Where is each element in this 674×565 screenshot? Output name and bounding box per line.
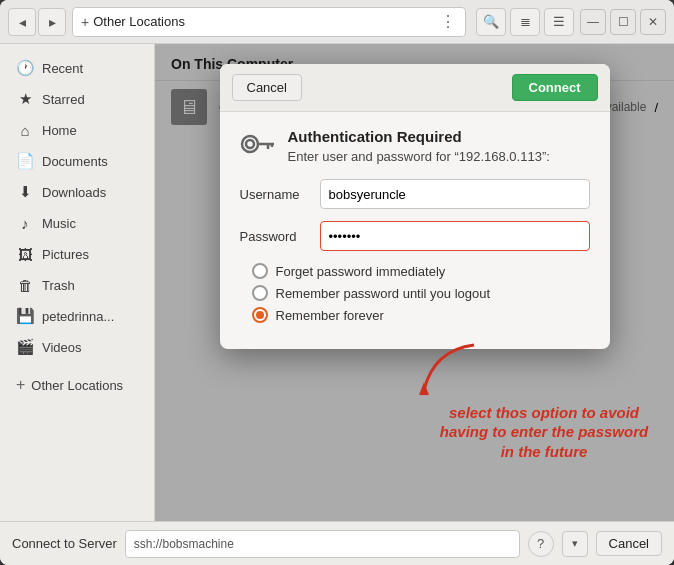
sidebar-item-downloads[interactable]: ⬇ Downloads <box>4 177 150 207</box>
sidebar-item-home[interactable]: ⌂ Home <box>4 115 150 145</box>
sidebar-label-trash: Trash <box>42 278 75 293</box>
sidebar-item-music[interactable]: ♪ Music <box>4 208 150 238</box>
radio-forever-button[interactable] <box>252 307 268 323</box>
sidebar-label-recent: Recent <box>42 61 83 76</box>
dialog-cancel-button[interactable]: Cancel <box>232 74 302 101</box>
main-area: On This Computer 🖥 Computer 58.9 GB / 25… <box>155 44 674 521</box>
search-button[interactable]: 🔍 <box>476 8 506 36</box>
maximize-button[interactable]: ☐ <box>610 9 636 35</box>
bookmarks-dropdown[interactable]: ▾ <box>562 531 588 557</box>
help-button[interactable]: ? <box>528 531 554 557</box>
sidebar-label-music: Music <box>42 216 76 231</box>
sidebar-item-trash[interactable]: 🗑 Trash <box>4 270 150 300</box>
dialog-title-block: Authentication Required Enter user and p… <box>288 128 550 164</box>
sidebar-label-home: Home <box>42 123 77 138</box>
server-address-input[interactable] <box>125 530 520 558</box>
svg-point-1 <box>246 140 254 148</box>
sidebar-label-drive: petedrinna... <box>42 309 114 324</box>
close-button[interactable]: ✕ <box>640 9 666 35</box>
dialog-title: Authentication Required <box>288 128 550 145</box>
dialog-topbar: Cancel Connect <box>220 64 610 112</box>
content-area: 🕐 Recent ★ Starred ⌂ Home 📄 Documents ⬇ … <box>0 44 674 521</box>
sidebar-label-videos: Videos <box>42 340 82 355</box>
forward-button[interactable]: ▸ <box>38 8 66 36</box>
downloads-icon: ⬇ <box>16 183 34 201</box>
nav-buttons: ◂ ▸ <box>8 8 66 36</box>
home-icon: ⌂ <box>16 121 34 139</box>
sidebar-item-other-locations[interactable]: + Other Locations <box>4 370 150 400</box>
search-icon: 🔍 <box>483 14 499 29</box>
dialog-body: Authentication Required Enter user and p… <box>220 112 610 349</box>
sidebar-item-drive[interactable]: 💾 petedrinna... <box>4 301 150 331</box>
radio-forever-label: Remember forever <box>276 308 384 323</box>
password-label: Password <box>240 229 320 244</box>
bottombar: Connect to Server ? ▾ Cancel <box>0 521 674 565</box>
trash-icon: 🗑 <box>16 276 34 294</box>
documents-icon: 📄 <box>16 152 34 170</box>
view-list-button[interactable]: ☰ <box>544 8 574 36</box>
recent-icon: 🕐 <box>16 59 34 77</box>
username-row: Username <box>240 179 590 209</box>
drive-icon: 💾 <box>16 307 34 325</box>
sidebar-label-downloads: Downloads <box>42 185 106 200</box>
back-button[interactable]: ◂ <box>8 8 36 36</box>
sidebar-item-pictures[interactable]: 🖼 Pictures <box>4 239 150 269</box>
radio-logout-label: Remember password until you logout <box>276 286 491 301</box>
sidebar-item-videos[interactable]: 🎬 Videos <box>4 332 150 362</box>
dialog-header-row: Authentication Required Enter user and p… <box>240 128 590 165</box>
svg-marker-5 <box>419 382 429 395</box>
dialog-subtitle: Enter user and password for “192.168.0.1… <box>288 149 550 164</box>
music-icon: ♪ <box>16 214 34 232</box>
svg-point-0 <box>242 136 258 152</box>
username-input[interactable] <box>320 179 590 209</box>
window-controls: — ☐ ✕ <box>580 9 666 35</box>
sidebar-item-recent[interactable]: 🕐 Recent <box>4 53 150 83</box>
password-input[interactable] <box>320 221 590 251</box>
sidebar-label-pictures: Pictures <box>42 247 89 262</box>
radio-logout-button[interactable] <box>252 285 268 301</box>
radio-forever[interactable]: Remember forever <box>252 307 590 323</box>
radio-forget[interactable]: Forget password immediately <box>252 263 590 279</box>
sidebar-item-starred[interactable]: ★ Starred <box>4 84 150 114</box>
sidebar-item-documents[interactable]: 📄 Documents <box>4 146 150 176</box>
sidebar: 🕐 Recent ★ Starred ⌂ Home 📄 Documents ⬇ … <box>0 44 155 521</box>
annotation: select thos option to avoid having to en… <box>404 340 654 462</box>
starred-icon: ★ <box>16 90 34 108</box>
key-icon <box>240 130 276 165</box>
breadcrumb: + Other Locations ⋮ <box>72 7 466 37</box>
videos-icon: 🎬 <box>16 338 34 356</box>
radio-forget-label: Forget password immediately <box>276 264 446 279</box>
bottombar-label: Connect to Server <box>12 536 117 551</box>
dialog-overlay: Cancel Connect <box>155 44 674 521</box>
sidebar-label-starred: Starred <box>42 92 85 107</box>
radio-logout[interactable]: Remember password until you logout <box>252 285 590 301</box>
pictures-icon: 🖼 <box>16 245 34 263</box>
titlebar: ◂ ▸ + Other Locations ⋮ 🔍 ≣ ☰ — ☐ ✕ <box>0 0 674 44</box>
main-window: ◂ ▸ + Other Locations ⋮ 🔍 ≣ ☰ — ☐ ✕ 🕐 Re… <box>0 0 674 565</box>
sidebar-label-other: Other Locations <box>31 378 123 393</box>
dialog-connect-button[interactable]: Connect <box>512 74 598 101</box>
sidebar-label-documents: Documents <box>42 154 108 169</box>
view-grid-button[interactable]: ≣ <box>510 8 540 36</box>
password-row: Password <box>240 221 590 251</box>
breadcrumb-plus-icon: + <box>81 14 89 30</box>
add-icon: + <box>16 376 25 394</box>
breadcrumb-title: Other Locations <box>93 14 440 29</box>
minimize-button[interactable]: — <box>580 9 606 35</box>
auth-dialog: Cancel Connect <box>220 64 610 349</box>
username-label: Username <box>240 187 320 202</box>
bottombar-cancel-button[interactable]: Cancel <box>596 531 662 556</box>
view-actions: ≣ ☰ <box>510 8 574 36</box>
breadcrumb-menu-button[interactable]: ⋮ <box>440 12 457 31</box>
annotation-text: select thos option to avoid having to en… <box>434 403 654 462</box>
radio-group: Forget password immediately Remember pas… <box>252 263 590 323</box>
radio-forget-button[interactable] <box>252 263 268 279</box>
